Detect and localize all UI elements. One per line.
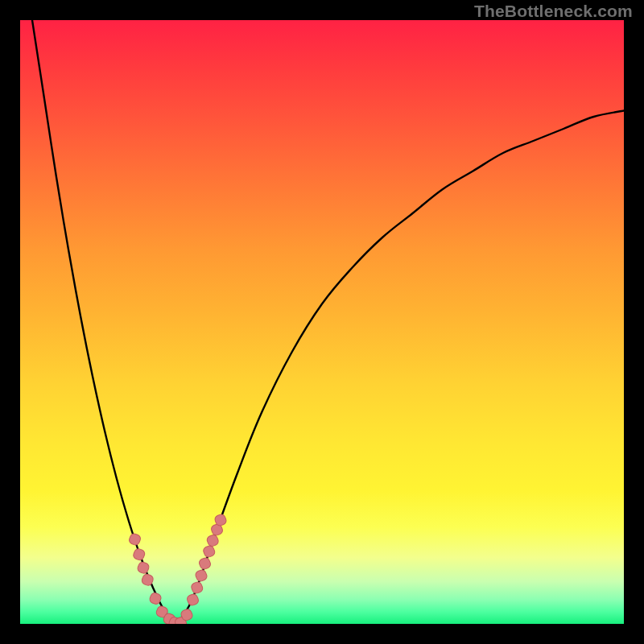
data-marker [202,545,216,559]
data-markers [128,514,227,624]
data-marker [190,581,204,595]
chart-svg [20,20,624,624]
data-marker [137,561,151,575]
outer-frame: TheBottleneck.com [0,0,644,644]
data-marker [186,593,200,607]
curve-left-branch [32,20,177,624]
data-marker [132,547,146,561]
data-marker [206,534,220,547]
watermark-label: TheBottleneck.com [474,2,633,21]
data-marker [198,557,212,571]
curve-right-branch [177,111,624,625]
data-marker [195,569,208,583]
data-marker [128,533,142,547]
